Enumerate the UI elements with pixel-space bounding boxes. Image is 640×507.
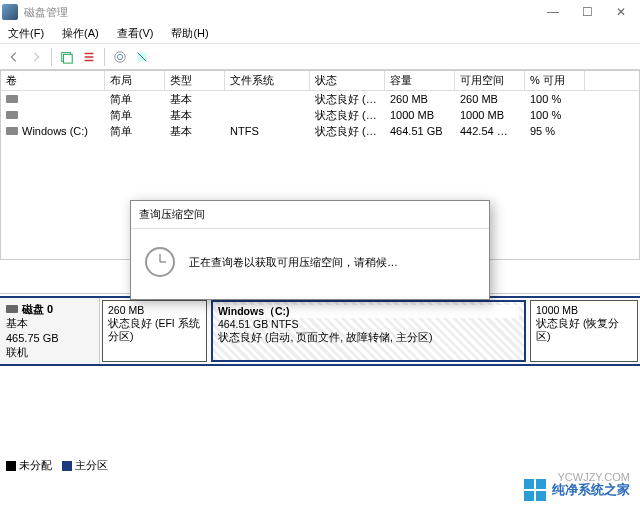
cell-capacity: 1000 MB [385, 109, 455, 121]
disk-info[interactable]: 磁盘 0 基本 465.75 GB 联机 [0, 298, 100, 364]
dialog-body: 正在查询卷以获取可用压缩空间，请稍候… [131, 229, 489, 299]
partition-efi[interactable]: 260 MB 状态良好 (EFI 系统分区) [102, 300, 207, 362]
maximize-button[interactable]: ☐ [570, 1, 604, 23]
disk-icon [6, 305, 18, 313]
partition-size: 260 MB [108, 304, 201, 317]
toolbar-separator [51, 48, 52, 66]
cell-fs: NTFS [225, 125, 310, 137]
col-volume[interactable]: 卷 [1, 71, 105, 90]
toolbar [0, 44, 640, 70]
col-capacity[interactable]: 容量 [385, 71, 455, 90]
cell-capacity: 260 MB [385, 93, 455, 105]
watermark-text: 纯净系统之家 [552, 481, 630, 499]
back-button[interactable] [4, 47, 24, 67]
title-bar: 磁盘管理 — ☐ ✕ [0, 0, 640, 24]
window-title: 磁盘管理 [24, 5, 536, 20]
cell-type: 基本 [165, 108, 225, 123]
volume-icon [6, 95, 18, 103]
menu-file[interactable]: 文件(F) [4, 24, 48, 43]
refresh-button[interactable] [57, 47, 77, 67]
table-header: 卷 布局 类型 文件系统 状态 容量 可用空间 % 可用 [1, 71, 639, 91]
cell-layout: 简单 [105, 92, 165, 107]
legend-primary: 主分区 [62, 458, 108, 473]
svg-rect-1 [64, 54, 73, 63]
volume-icon [6, 127, 18, 135]
svg-point-2 [115, 51, 126, 62]
table-row[interactable]: 简单 基本 状态良好 (… 1000 MB 1000 MB 100 % [1, 107, 639, 123]
properties-button[interactable] [79, 47, 99, 67]
cell-capacity: 464.51 GB [385, 125, 455, 137]
dialog-message: 正在查询卷以获取可用压缩空间，请稍候… [189, 255, 398, 270]
volume-icon [6, 111, 18, 119]
partition-title: Windows（C:) [218, 305, 290, 317]
cell-status: 状态良好 (… [310, 92, 385, 107]
col-type[interactable]: 类型 [165, 71, 225, 90]
cell-type: 基本 [165, 92, 225, 107]
legend: 未分配 主分区 [6, 458, 108, 473]
partition-recovery[interactable]: 1000 MB 状态良好 (恢复分区) [530, 300, 638, 362]
col-filesystem[interactable]: 文件系统 [225, 71, 310, 90]
disk-state: 联机 [6, 345, 93, 359]
legend-unallocated: 未分配 [6, 458, 52, 473]
cell-status: 状态良好 (… [310, 124, 385, 139]
partition-status: 状态良好 (恢复分区) [536, 317, 632, 343]
partition-size: 464.51 GB NTFS [218, 318, 519, 331]
watermark-logo-icon [524, 479, 546, 501]
table-row[interactable]: 简单 基本 状态良好 (… 260 MB 260 MB 100 % [1, 91, 639, 107]
cell-layout: 简单 [105, 108, 165, 123]
disk-name: 磁盘 0 [22, 302, 53, 316]
col-percent[interactable]: % 可用 [525, 71, 585, 90]
swatch-blue [62, 461, 72, 471]
col-layout[interactable]: 布局 [105, 71, 165, 90]
col-status[interactable]: 状态 [310, 71, 385, 90]
svg-point-3 [117, 54, 122, 59]
menu-help[interactable]: 帮助(H) [167, 24, 212, 43]
disk-layout-panel: 磁盘 0 基本 465.75 GB 联机 260 MB 状态良好 (EFI 系统… [0, 296, 640, 366]
action-button[interactable] [132, 47, 152, 67]
cell-pct: 100 % [525, 93, 585, 105]
cell-type: 基本 [165, 124, 225, 139]
minimize-button[interactable]: — [536, 1, 570, 23]
table-row[interactable]: Windows (C:) 简单 基本 NTFS 状态良好 (… 464.51 G… [1, 123, 639, 139]
window-controls: — ☐ ✕ [536, 1, 638, 23]
disk-size: 465.75 GB [6, 331, 93, 345]
cell-free: 1000 MB [455, 109, 525, 121]
partition-status: 状态良好 (EFI 系统分区) [108, 317, 201, 343]
forward-button[interactable] [26, 47, 46, 67]
close-button[interactable]: ✕ [604, 1, 638, 23]
menu-view[interactable]: 查看(V) [113, 24, 158, 43]
partition-windows-c[interactable]: Windows（C:) 464.51 GB NTFS 状态良好 (启动, 页面文… [211, 300, 526, 362]
cell-free: 442.54 … [455, 125, 525, 137]
cell-status: 状态良好 (… [310, 108, 385, 123]
app-icon [2, 4, 18, 20]
partition-size: 1000 MB [536, 304, 632, 317]
help-button[interactable] [110, 47, 130, 67]
cell-volume: Windows (C:) [22, 125, 88, 137]
swatch-black [6, 461, 16, 471]
cell-free: 260 MB [455, 93, 525, 105]
watermark: 纯净系统之家 [524, 479, 630, 501]
cell-pct: 95 % [525, 125, 585, 137]
clock-icon [145, 247, 175, 277]
menu-action[interactable]: 操作(A) [58, 24, 103, 43]
partition-status: 状态良好 (启动, 页面文件, 故障转储, 主分区) [218, 331, 519, 344]
cell-pct: 100 % [525, 109, 585, 121]
dialog-title: 查询压缩空间 [131, 201, 489, 229]
shrink-query-dialog: 查询压缩空间 正在查询卷以获取可用压缩空间，请稍候… [130, 200, 490, 300]
cell-layout: 简单 [105, 124, 165, 139]
col-free[interactable]: 可用空间 [455, 71, 525, 90]
disk-type: 基本 [6, 316, 93, 330]
toolbar-separator [104, 48, 105, 66]
menu-bar: 文件(F) 操作(A) 查看(V) 帮助(H) [0, 24, 640, 44]
